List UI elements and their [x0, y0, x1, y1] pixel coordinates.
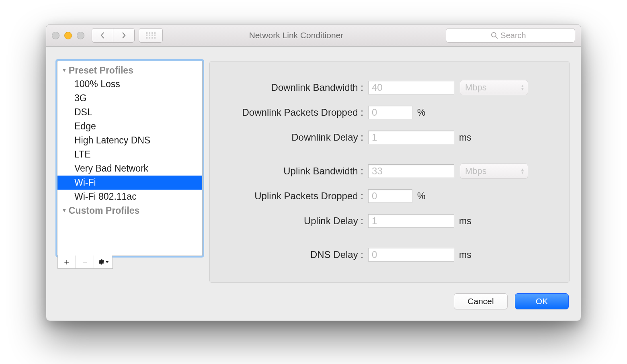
profile-label: 3G — [74, 93, 87, 104]
svg-rect-1 — [149, 32, 150, 34]
profile-item-high-latency-dns[interactable]: High Latency DNS — [57, 133, 202, 147]
unit-label: ms — [459, 216, 471, 227]
uplink-bandwidth-input[interactable]: 33 — [368, 164, 454, 178]
profile-item-wifi-80211ac[interactable]: Wi-Fi 802.11ac — [57, 190, 202, 204]
back-button[interactable] — [92, 29, 113, 42]
chevron-left-icon — [100, 32, 105, 39]
svg-rect-2 — [152, 32, 153, 34]
svg-rect-3 — [154, 32, 156, 34]
profile-label: Edge — [74, 121, 96, 132]
add-profile-button[interactable]: ＋ — [58, 256, 76, 268]
disclosure-triangle-icon: ▼ — [61, 67, 67, 73]
profile-label: Wi-Fi — [74, 177, 96, 188]
remove-profile-button[interactable]: － — [76, 256, 94, 268]
ok-button[interactable]: OK — [515, 293, 569, 309]
search-input[interactable] — [529, 31, 530, 41]
unit-label: ms — [459, 249, 471, 260]
profile-item-3g[interactable]: 3G — [57, 91, 202, 105]
downlink-bandwidth-row: Downlink Bandwidth : 40 Mbps ▲▼ — [218, 77, 558, 98]
profile-item-very-bad-network[interactable]: Very Bad Network — [57, 162, 202, 176]
zoom-light[interactable] — [77, 32, 84, 39]
profile-actions-button[interactable] — [94, 256, 112, 268]
svg-rect-0 — [146, 32, 148, 34]
unit-label: % — [417, 107, 425, 118]
stepper-icon: ▲▼ — [520, 168, 525, 174]
svg-rect-4 — [146, 35, 148, 36]
downlink-packets-dropped-row: Downlink Packets Dropped : 0 % — [218, 102, 558, 123]
downlink-bandwidth-input[interactable]: 40 — [368, 81, 454, 94]
svg-rect-6 — [152, 35, 153, 36]
chevron-right-icon — [121, 32, 126, 39]
svg-line-13 — [496, 37, 498, 39]
window-title: Network Link Conditioner — [151, 31, 442, 40]
minimize-light[interactable] — [64, 32, 72, 39]
profile-item-dsl[interactable]: DSL — [57, 105, 202, 119]
traffic-lights — [52, 32, 84, 39]
field-label: Downlink Delay : — [218, 132, 368, 143]
minus-icon: － — [80, 256, 89, 268]
unit-label: Mbps — [465, 82, 487, 93]
downlink-packets-dropped-input[interactable]: 0 — [368, 106, 412, 119]
uplink-packets-dropped-row: Uplink Packets Dropped : 0 % — [218, 185, 558, 207]
svg-rect-10 — [152, 37, 153, 39]
disclosure-triangle-icon: ▼ — [61, 207, 67, 213]
svg-point-12 — [492, 33, 496, 37]
profile-label: High Latency DNS — [74, 135, 150, 146]
window-body: ▼ Preset Profiles 100% Loss 3G DSL Edge … — [46, 47, 581, 321]
dns-delay-input[interactable]: 0 — [368, 248, 454, 262]
custom-profiles-label: Custom Profiles — [69, 205, 139, 216]
uplink-delay-row: Uplink Delay : 1 ms — [218, 210, 558, 232]
profiles-sidebar[interactable]: ▼ Preset Profiles 100% Loss 3G DSL Edge … — [57, 61, 202, 256]
uplink-delay-input[interactable]: 1 — [368, 214, 454, 228]
sidebar-toolbar: ＋ － — [57, 256, 113, 269]
unit-label: Mbps — [465, 166, 487, 176]
profiles-tree: ▼ Preset Profiles 100% Loss 3G DSL Edge … — [57, 61, 202, 220]
gear-icon — [97, 258, 109, 266]
uplink-packets-dropped-input[interactable]: 0 — [368, 189, 412, 203]
search-field[interactable]: Search — [446, 28, 575, 43]
downlink-delay-row: Downlink Delay : 1 ms — [218, 127, 558, 148]
dns-delay-row: DNS Delay : 0 ms — [218, 244, 558, 266]
profile-label: LTE — [74, 149, 90, 160]
field-label: Uplink Packets Dropped : — [218, 190, 368, 202]
plus-icon: ＋ — [62, 256, 71, 268]
unit-label: % — [417, 191, 425, 202]
search-icon — [491, 32, 498, 39]
profile-item-100-loss[interactable]: 100% Loss — [57, 77, 202, 91]
forward-button[interactable] — [113, 29, 134, 42]
uplink-bandwidth-unit-select: Mbps ▲▼ — [460, 164, 528, 179]
profile-item-edge[interactable]: Edge — [57, 119, 202, 133]
preset-profiles-label: Preset Profiles — [69, 65, 133, 76]
nav-back-forward — [92, 28, 135, 43]
downlink-bandwidth-unit-select: Mbps ▲▼ — [460, 80, 528, 95]
settings-panel: Downlink Bandwidth : 40 Mbps ▲▼ Downlink… — [209, 61, 570, 283]
profile-label: Wi-Fi 802.11ac — [74, 191, 137, 202]
field-label: Uplink Bandwidth : — [218, 166, 368, 177]
preset-profiles-header[interactable]: ▼ Preset Profiles — [57, 63, 202, 77]
field-label: DNS Delay : — [218, 249, 368, 260]
uplink-bandwidth-row: Uplink Bandwidth : 33 Mbps ▲▼ — [218, 160, 558, 182]
svg-rect-5 — [149, 35, 150, 36]
custom-profiles-header[interactable]: ▼ Custom Profiles — [57, 204, 202, 217]
profile-label: 100% Loss — [74, 79, 120, 90]
profile-label: Very Bad Network — [74, 163, 148, 174]
grid-icon — [146, 32, 156, 39]
downlink-delay-input[interactable]: 1 — [368, 131, 454, 144]
svg-rect-7 — [154, 35, 156, 36]
svg-rect-8 — [146, 37, 148, 39]
dialog-footer: Cancel OK — [57, 283, 570, 312]
chevron-down-icon — [105, 260, 109, 264]
field-label: Downlink Packets Dropped : — [218, 107, 368, 118]
search-placeholder: Search — [500, 31, 526, 40]
profile-label: DSL — [74, 107, 92, 118]
field-label: Uplink Delay : — [218, 215, 368, 227]
profile-item-lte[interactable]: LTE — [57, 147, 202, 162]
svg-rect-9 — [149, 37, 150, 39]
svg-rect-11 — [154, 37, 156, 39]
stepper-icon: ▲▼ — [520, 84, 525, 91]
close-light[interactable] — [52, 32, 59, 39]
window: Network Link Conditioner Search ▼ Preset… — [46, 24, 581, 321]
cancel-button[interactable]: Cancel — [454, 293, 508, 309]
profile-item-wifi[interactable]: Wi-Fi — [57, 176, 202, 190]
titlebar: Network Link Conditioner Search — [46, 25, 581, 47]
